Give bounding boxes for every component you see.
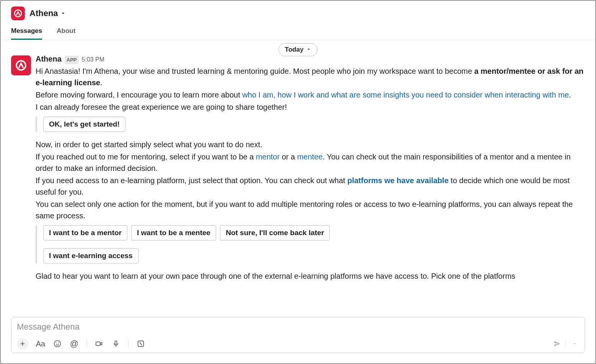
emoji-icon[interactable] [53,339,62,348]
message-text: Glad to hear you want to learn at your o… [36,270,585,282]
svg-point-3 [56,343,57,343]
tab-messages[interactable]: Messages [11,24,42,40]
message: Athena APP 5:03 PM Hi Anastasia! I'm Ath… [11,53,585,283]
channel-name: Athena [29,8,58,18]
send-icon[interactable] [553,339,562,348]
mention-icon[interactable]: @ [70,339,79,348]
message-list: Today Athena APP 5:03 PM Hi Anastasia! I… [0,40,596,317]
send-options-chevron-icon[interactable] [570,339,579,348]
action-block-options: I want to be a mentor I want to be a men… [36,225,585,263]
tab-about[interactable]: About [57,24,75,40]
link-mentor[interactable]: mentor [256,153,280,161]
chevron-down-icon [306,46,311,54]
link-platforms[interactable]: platforms we have available [347,176,449,185]
athena-avatar-icon [11,55,31,75]
message-text: I can already foresee the great experien… [36,101,585,113]
toolbar-divider [128,339,129,348]
channel-header: Athena Messages About [0,0,596,40]
svg-rect-5 [96,342,100,345]
mentor-button[interactable]: I want to be a mentor [43,225,127,240]
link-mentee[interactable]: mentee [297,153,323,161]
composer-input[interactable]: Message Athena [17,322,579,338]
svg-rect-6 [115,341,117,344]
get-started-button[interactable]: OK, let's get started! [43,117,125,132]
svg-point-4 [58,343,59,343]
mentee-button[interactable]: I want to be a mentee [131,225,216,240]
composer-toolbar: Aa @ [17,338,579,349]
toolbar-divider [86,339,87,348]
message-text: Now, in order to get started simply sele… [36,139,585,150]
action-block-start: OK, let's get started! [36,117,585,132]
shortcuts-icon[interactable] [136,339,145,348]
video-icon[interactable] [94,339,104,348]
toolbar-divider [566,340,566,348]
svg-point-2 [54,341,61,347]
date-divider-label: Today [285,46,304,54]
channel-title[interactable]: Athena [29,8,66,18]
message-text: If you reached out to me for mentoring, … [36,151,585,174]
not-sure-button[interactable]: Not sure, I'll come back later [220,225,330,240]
microphone-icon[interactable] [111,339,121,348]
message-text: If you need access to an e-learning plat… [36,175,585,198]
attach-plus-icon[interactable] [17,338,28,349]
message-text: Before moving forward, I encourage you t… [36,89,585,101]
app-badge: APP [65,56,79,64]
message-timestamp: 5:03 PM [82,55,105,64]
message-text: Hi Anastasia! I'm Athena, your wise and … [36,65,585,88]
link-who-i-am[interactable]: who I am, how I work and what are some i… [242,91,569,99]
formatting-aa-icon[interactable]: Aa [36,339,45,348]
message-composer[interactable]: Message Athena Aa @ [11,317,585,353]
athena-logo-icon [11,6,25,20]
date-divider[interactable]: Today [278,43,318,56]
header-tabs: Messages About [11,24,585,40]
elearning-button[interactable]: I want e-learning access [43,248,138,263]
message-text: You can select only one action for the m… [36,198,585,221]
chevron-down-icon [60,11,66,16]
